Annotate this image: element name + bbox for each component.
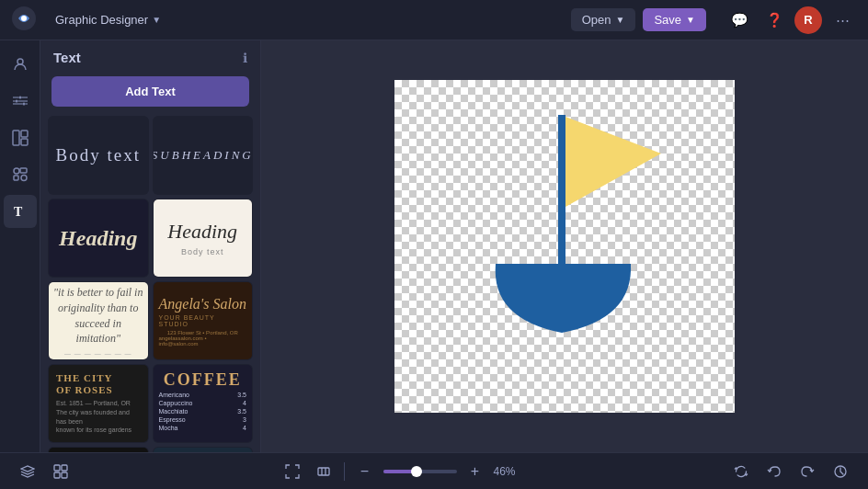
tile-subheading-label: SUBHEADING — [153, 148, 254, 163]
svg-point-3 — [15, 100, 17, 103]
tile-heading-body-body: Body text — [181, 247, 224, 256]
bottom-right — [728, 459, 853, 484]
canvas-wrapper[interactable] — [394, 80, 735, 413]
zoom-out-button[interactable]: − — [352, 459, 378, 484]
layers-button[interactable] — [15, 459, 40, 484]
svg-point-15 — [14, 168, 19, 174]
tile-heading-body-heading: Heading — [167, 220, 237, 244]
open-label: Open — [582, 13, 611, 27]
comments-icon: 💬 — [731, 12, 748, 28]
sidebar-item-layout[interactable] — [4, 121, 37, 154]
zoom-in-button[interactable]: + — [463, 459, 488, 484]
canvas-area — [261, 40, 868, 452]
save-button[interactable]: Save ▼ — [643, 8, 706, 31]
tile-cursive-bg: "it is better to fail in originality tha… — [49, 282, 148, 359]
boat-flag — [565, 117, 661, 207]
tile-heading-dark[interactable]: Heading — [48, 199, 149, 278]
fullscreen-button[interactable] — [280, 459, 305, 484]
more-button[interactable]: ⋯ — [828, 6, 857, 35]
panel-header: Text ℹ — [40, 40, 260, 73]
panel-info-icon[interactable]: ℹ — [243, 51, 247, 65]
tile-salon-name: Angela's Salon — [159, 296, 246, 313]
coffee-item-americano: Americano3.5 — [159, 392, 247, 398]
svg-point-18 — [21, 176, 27, 181]
canvas-svg — [394, 80, 735, 413]
zoom-slider[interactable] — [383, 470, 457, 473]
tile-cursive-quote[interactable]: "it is better to fail in originality tha… — [48, 281, 149, 360]
main-area: T Text ℹ Add Text Body text SUBHEADING H… — [0, 40, 868, 452]
coffee-item-macchiato: Macchiato3.5 — [159, 408, 247, 415]
grid-button[interactable] — [48, 459, 74, 484]
panel-title: Text — [53, 50, 81, 65]
tile-heading-body-bg: Heading Body text — [154, 199, 253, 277]
tile-cursive-sub: — — — — — — — — [64, 350, 132, 357]
tile-heading-dark-label: Heading — [59, 226, 137, 251]
sidebar-item-filters[interactable] — [4, 85, 37, 118]
tile-coffee-menu[interactable]: COFFEE Americano3.5 Cappuccino4 Macchiat… — [153, 364, 254, 443]
chevron-down-icon: ▼ — [616, 15, 625, 25]
tile-heading-body[interactable]: Heading Body text — [153, 199, 254, 278]
svg-rect-22 — [54, 472, 60, 478]
tile-holiday-sale[interactable]: HOLIDAYSALE 20% off storewide — [153, 447, 254, 452]
svg-point-2 — [17, 59, 23, 64]
text-panel: Text ℹ Add Text Body text SUBHEADING Hea… — [40, 40, 261, 452]
svg-point-5 — [22, 103, 25, 106]
more-icon: ⋯ — [836, 12, 850, 28]
zoom-separator — [344, 462, 345, 481]
svg-text:T: T — [14, 205, 23, 219]
app-name-button[interactable]: Graphic Designer ▼ — [48, 9, 168, 30]
svg-rect-20 — [54, 465, 60, 471]
tile-holiday-bg: HOLIDAYSALE 20% off storewide — [154, 448, 253, 452]
sidebar-icons: T — [0, 40, 40, 452]
topbar: Graphic Designer ▼ Open ▼ Save ▼ 💬 ❓ R ⋯ — [0, 0, 868, 40]
zoom-control: − + 46% — [280, 459, 523, 484]
svg-rect-12 — [13, 131, 19, 145]
zoom-percent: 46% — [494, 465, 523, 478]
chevron-down-icon: ▼ — [686, 15, 695, 25]
tile-happy-birthday[interactable]: HappyBirthday — [48, 447, 149, 452]
avatar-initials: R — [804, 13, 812, 27]
open-button[interactable]: Open ▼ — [571, 8, 636, 31]
sidebar-item-elements[interactable] — [4, 158, 37, 191]
fit-button[interactable] — [311, 459, 337, 484]
sidebar-item-text[interactable]: T — [4, 195, 37, 228]
sidebar-item-people[interactable] — [4, 48, 37, 81]
tile-subheading[interactable]: SUBHEADING — [153, 116, 254, 195]
chevron-down-icon: ▼ — [152, 15, 161, 25]
redo-button[interactable] — [794, 459, 820, 484]
bottom-left — [15, 459, 74, 484]
refresh-button[interactable] — [728, 459, 754, 484]
comments-button[interactable]: 💬 — [725, 6, 754, 35]
tile-salon-sub: YOUR BEAUTY STUDIO — [159, 314, 247, 327]
coffee-item-cappuccino: Cappuccino4 — [159, 400, 247, 406]
tile-city-of-roses[interactable]: THE CITYOF ROSES Est. 1851 — Portland, O… — [48, 364, 149, 443]
svg-rect-21 — [62, 465, 67, 471]
tile-heading-dark-bg: Heading — [49, 199, 148, 277]
history-button[interactable] — [828, 459, 853, 484]
svg-point-1 — [21, 16, 27, 21]
tile-coffee-title: COFFEE — [164, 370, 242, 390]
svg-rect-23 — [62, 472, 67, 478]
app-name-label: Graphic Designer — [55, 13, 148, 27]
coffee-item-mocha: Mocha4 — [159, 425, 247, 431]
svg-rect-13 — [21, 131, 28, 137]
svg-rect-24 — [318, 468, 329, 475]
add-text-button[interactable]: Add Text — [51, 76, 249, 107]
tile-city-sub: Est. 1851 — Portland, ORThe city was fou… — [56, 399, 141, 435]
avatar[interactable]: R — [794, 6, 822, 34]
undo-button[interactable] — [761, 459, 787, 484]
svg-rect-16 — [20, 168, 27, 173]
tile-body-text[interactable]: Body text — [48, 116, 149, 195]
svg-point-4 — [18, 97, 21, 99]
topbar-icons: 💬 ❓ R ⋯ — [725, 6, 857, 35]
app-logo — [11, 6, 40, 35]
tile-city-title: THE CITYOF ROSES — [56, 372, 113, 396]
tile-salon-contact: angelassalon.com • info@salon.com — [159, 335, 247, 347]
tile-salon[interactable]: Angela's Salon YOUR BEAUTY STUDIO 123 Fl… — [153, 281, 254, 360]
coffee-item-espresso: Espresso3 — [159, 416, 247, 423]
zoom-thumb — [411, 466, 422, 477]
help-button[interactable]: ❓ — [760, 6, 789, 35]
tile-coffee-bg: COFFEE Americano3.5 Cappuccino4 Macchiat… — [154, 365, 253, 442]
tile-city-bg: THE CITYOF ROSES Est. 1851 — Portland, O… — [49, 365, 148, 442]
boat-hull — [496, 264, 631, 333]
